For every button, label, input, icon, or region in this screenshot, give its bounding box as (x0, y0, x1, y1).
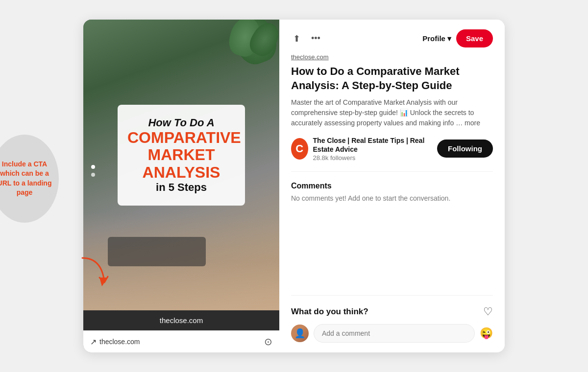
scan-icon: ⊙ (264, 336, 272, 348)
dot-indicators (91, 165, 95, 177)
chevron-down-icon: ▾ (447, 34, 451, 43)
pin-url-bar: ↗ theclose.com ⊙ (83, 330, 279, 352)
comments-section: Comments No comments yet! Add one to sta… (291, 182, 493, 212)
what-think-label: What do you think? (291, 307, 368, 317)
dot-2 (91, 173, 95, 177)
annotation-text: Include a CTA which can be a URL to a la… (0, 155, 59, 203)
annotation-bubble: Include a CTA which can be a URL to a la… (0, 135, 59, 223)
profile-button[interactable]: Profile ▾ (422, 34, 451, 43)
annotation-arrow (73, 253, 112, 292)
comment-input[interactable] (314, 324, 475, 343)
outer-container: Include a CTA which can be a URL to a la… (0, 0, 588, 372)
svg-marker-0 (99, 278, 108, 286)
source-link-text: theclose.com (291, 53, 329, 61)
what-think-row: What do you think? ♡ (291, 295, 493, 318)
account-row: C The Close | Real Estate Tips | Real Es… (291, 136, 493, 171)
no-comments-text: No comments yet! Add one to start the co… (291, 194, 493, 202)
emoji-button[interactable]: 😜 (480, 327, 493, 340)
pin-url-text: theclose.com (99, 338, 140, 346)
avatar-letter: C (295, 142, 303, 155)
pin-market-text: MARKET (127, 146, 235, 163)
right-panel: ⬆ ••• Profile ▾ Save (279, 20, 505, 352)
share-button[interactable]: ⬆ (291, 31, 302, 46)
account-name: The Close | Real Estate Tips | Real Esta… (313, 136, 437, 154)
heart-icon: ♡ (483, 305, 493, 318)
pin-title-card: How To Do A COMPARATIVE MARKET ANALYSIS … (118, 105, 245, 206)
account-info: C The Close | Real Estate Tips | Real Es… (291, 136, 437, 161)
top-bar: ⬆ ••• Profile ▾ Save (291, 29, 493, 47)
following-label: Following (448, 144, 482, 153)
comments-title: Comments (291, 182, 493, 190)
comment-user-avatar: 👤 (291, 325, 309, 342)
description-text: Master the art of Comparative Market Ana… (291, 98, 480, 127)
spacer (291, 220, 493, 295)
comment-input-row: 👤 😜 (291, 324, 493, 343)
pin-title-overlay: How To Do A COMPARATIVE MARKET ANALYSIS … (83, 20, 279, 310)
save-button[interactable]: Save (456, 29, 493, 47)
save-label: Save (466, 34, 483, 43)
arrow-outward-icon: ↗ (90, 337, 97, 347)
pin-steps-text: in 5 Steps (127, 181, 235, 194)
pin-url-link[interactable]: ↗ theclose.com (90, 337, 140, 347)
pin-how-text: How To Do A (127, 116, 235, 129)
top-bar-left: ⬆ ••• (291, 31, 322, 46)
pin-image-background: How To Do A COMPARATIVE MARKET ANALYSIS … (83, 20, 279, 310)
pin-analysis-text: ANALYSIS (127, 164, 235, 181)
account-details: The Close | Real Estate Tips | Real Esta… (313, 136, 437, 161)
emoji-icon: 😜 (480, 327, 493, 339)
following-button[interactable]: Following (437, 140, 493, 158)
pin-bottom-bar: theclose.com (83, 310, 279, 330)
pin-main-title: How to Do a Comparative Market Analysis:… (291, 65, 493, 93)
top-bar-right: Profile ▾ Save (422, 29, 493, 47)
source-link[interactable]: theclose.com (291, 53, 493, 61)
account-avatar: C (291, 138, 308, 160)
pin-comparative-text: COMPARATIVE (127, 129, 235, 146)
image-panel: How To Do A COMPARATIVE MARKET ANALYSIS … (83, 20, 279, 352)
more-options-button[interactable]: ••• (309, 31, 322, 46)
heart-button[interactable]: ♡ (483, 305, 493, 318)
pin-description: Master the art of Comparative Market Ana… (291, 97, 493, 128)
profile-label: Profile (422, 34, 445, 43)
account-followers: 28.8k followers (313, 154, 437, 162)
upload-icon: ⬆ (293, 34, 300, 44)
more-icon: ••• (311, 33, 320, 43)
avatar-emoji: 👤 (294, 328, 305, 339)
pin-bottom-url: theclose.com (160, 316, 203, 325)
main-card: How To Do A COMPARATIVE MARKET ANALYSIS … (83, 20, 505, 352)
dot-1 (91, 165, 95, 169)
